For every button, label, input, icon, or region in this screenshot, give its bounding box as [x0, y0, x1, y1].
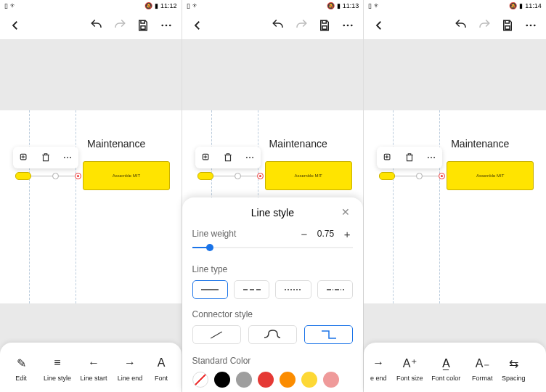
connector-curved[interactable] — [248, 325, 297, 344]
line-type-dash-dot[interactable] — [317, 280, 353, 299]
color-pink[interactable] — [323, 372, 339, 388]
svg-point-7 — [64, 157, 65, 158]
connector-straight[interactable] — [192, 325, 241, 344]
tool-font-size[interactable]: A⁺Font size — [391, 354, 428, 382]
pane-2: ▯ ᯤ 🔕 ▮ 11:13 Maintenance — [182, 0, 364, 392]
task-node[interactable]: Assemble MIT — [83, 161, 170, 190]
redo-button[interactable] — [475, 16, 494, 35]
start-node[interactable] — [379, 172, 395, 180]
color-yellow[interactable] — [301, 372, 317, 388]
color-row — [192, 372, 354, 388]
tool-font[interactable]: AFont — [148, 354, 174, 382]
duplicate-button[interactable] — [380, 150, 396, 166]
start-node[interactable] — [197, 172, 213, 180]
tool-font-color[interactable]: A̲Font color — [428, 354, 464, 382]
paper: Maintenance Assemble MIT — [364, 110, 546, 303]
svg-point-18 — [249, 157, 250, 158]
tool-line-end[interactable]: →e end — [365, 354, 391, 382]
paper: Maintenance Assemble MIT — [0, 110, 182, 303]
clock: 11:14 — [525, 2, 542, 9]
connector-orthogonal[interactable] — [304, 325, 353, 344]
line-style-modal: Line style ✕ Line weight − 0.75 + Line t… — [182, 197, 364, 392]
save-button[interactable] — [315, 16, 334, 35]
connector-handle[interactable] — [52, 173, 59, 179]
content-icon: ▯ — [187, 3, 190, 9]
color-red[interactable] — [258, 372, 274, 388]
redo-button[interactable] — [292, 16, 311, 35]
wifi-icon: ᯤ — [10, 3, 17, 9]
font-size-icon: A⁺ — [403, 354, 417, 372]
connector-handle-selected[interactable] — [75, 173, 81, 179]
start-node[interactable] — [15, 172, 31, 180]
connector-handle-selected[interactable] — [439, 173, 445, 179]
wifi-icon: ᯤ — [192, 3, 199, 9]
context-more-button[interactable] — [423, 150, 439, 166]
color-grey[interactable] — [236, 372, 252, 388]
font-color-icon: A̲ — [442, 354, 450, 372]
spacing-icon: ⇆ — [509, 354, 518, 372]
tool-edit[interactable]: ✎Edit — [3, 354, 39, 382]
connector-handle[interactable] — [416, 173, 423, 179]
svg-point-2 — [165, 25, 167, 27]
back-button[interactable] — [6, 16, 25, 35]
clock: 11:13 — [343, 2, 359, 9]
svg-rect-24 — [505, 26, 510, 30]
close-button[interactable]: ✕ — [338, 205, 353, 219]
svg-point-11 — [343, 25, 346, 27]
color-none[interactable] — [192, 372, 208, 388]
svg-point-17 — [246, 157, 248, 158]
undo-button[interactable] — [269, 16, 288, 35]
line-type-dash-long[interactable] — [234, 280, 269, 299]
more-button[interactable] — [338, 16, 357, 35]
weight-plus-button[interactable]: + — [341, 228, 353, 240]
canvas[interactable]: Maintenance Assemble MIT — [0, 39, 182, 392]
line-type-solid[interactable] — [192, 280, 228, 299]
back-button[interactable] — [370, 16, 388, 35]
tool-line-style[interactable]: ≡Line style — [39, 354, 76, 382]
wifi-icon: ᯤ — [374, 3, 380, 9]
battery-icon: ▮ — [155, 3, 158, 9]
column-header: Maintenance — [269, 138, 327, 150]
delete-button[interactable] — [402, 150, 417, 166]
line-type-dash-short[interactable] — [275, 280, 311, 299]
svg-rect-10 — [322, 26, 327, 30]
font-icon: A — [158, 354, 166, 372]
color-black[interactable] — [214, 372, 230, 388]
tool-spacing[interactable]: ⇆Spacing — [500, 354, 526, 382]
more-button[interactable] — [521, 16, 540, 35]
duplicate-button[interactable] — [16, 150, 32, 166]
task-node[interactable]: Assemble MIT — [265, 161, 352, 190]
format-icon: A₋ — [476, 354, 489, 372]
modal-title: Line style — [251, 207, 294, 219]
weight-minus-button[interactable]: − — [298, 228, 310, 240]
weight-slider[interactable] — [192, 241, 354, 254]
context-more-button[interactable] — [60, 150, 76, 166]
line-weight-label: Line weight — [192, 229, 237, 239]
back-button[interactable] — [188, 16, 207, 35]
tool-line-start[interactable]: ←Line start — [76, 354, 112, 382]
bottom-toolstrip: ✎Edit ≡Line style ←Line start →Line end … — [0, 343, 182, 392]
delete-button[interactable] — [220, 150, 236, 166]
connector-handle[interactable] — [235, 173, 241, 179]
svg-point-19 — [252, 157, 253, 158]
task-node[interactable]: Assemble MIT — [447, 161, 534, 190]
delete-button[interactable] — [38, 150, 54, 166]
color-orange[interactable] — [280, 372, 296, 388]
line-end-icon: → — [372, 354, 384, 372]
canvas[interactable]: Maintenance Assemble MIT — [364, 39, 546, 392]
connector-handle-selected[interactable] — [257, 173, 264, 179]
save-button[interactable] — [134, 16, 152, 35]
undo-button[interactable] — [87, 16, 106, 35]
svg-rect-0 — [141, 26, 145, 30]
save-button[interactable] — [498, 16, 517, 35]
tool-line-end[interactable]: →Line end — [112, 354, 148, 382]
duplicate-button[interactable] — [198, 150, 214, 166]
undo-button[interactable] — [452, 16, 470, 35]
column-header: Maintenance — [451, 138, 509, 150]
status-bar: ▯ ᯤ 🔕 ▮ 11:12 — [0, 0, 182, 12]
more-button[interactable] — [157, 16, 176, 35]
tool-format[interactable]: A₋Format — [464, 354, 500, 382]
context-more-button[interactable] — [242, 150, 258, 166]
redo-button[interactable] — [110, 16, 129, 35]
silent-icon: 🔕 — [144, 3, 152, 9]
